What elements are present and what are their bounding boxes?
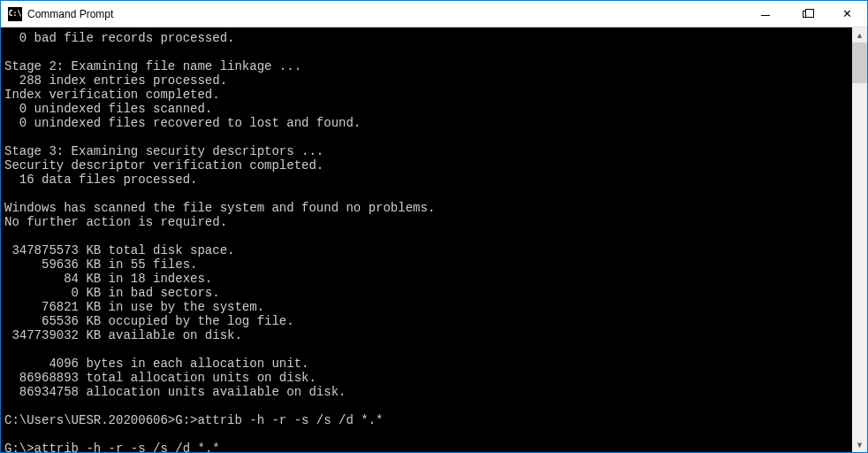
restore-button[interactable] bbox=[786, 1, 826, 27]
close-button[interactable]: ✕ bbox=[826, 1, 867, 27]
cmd-icon: C:\ bbox=[8, 7, 22, 21]
window-controls: ✕ bbox=[745, 1, 867, 27]
restore-icon bbox=[803, 11, 810, 18]
close-icon: ✕ bbox=[842, 8, 852, 19]
window-titlebar: C:\ Command Prompt ✕ bbox=[1, 1, 867, 27]
minimize-icon bbox=[761, 15, 770, 16]
minimize-button[interactable] bbox=[745, 1, 786, 27]
scroll-down-arrow-icon[interactable]: ▼ bbox=[852, 437, 867, 452]
terminal-output[interactable]: 0 bad file records processed. Stage 2: E… bbox=[1, 27, 852, 452]
window-title: Command Prompt bbox=[27, 8, 745, 20]
scroll-thumb[interactable] bbox=[852, 42, 867, 83]
vertical-scrollbar[interactable]: ▲ ▼ bbox=[852, 27, 867, 452]
scroll-up-arrow-icon[interactable]: ▲ bbox=[852, 27, 867, 42]
